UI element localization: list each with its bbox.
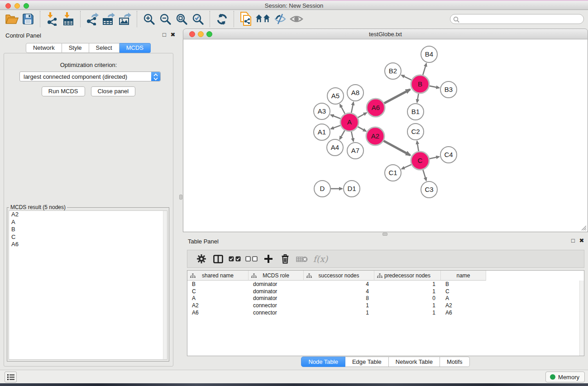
table-cell[interactable]: dominator <box>249 295 304 302</box>
vertical-split-grip[interactable] <box>179 195 182 200</box>
graph-node-B[interactable]: B <box>411 75 429 93</box>
graph-node-A7[interactable]: A7 <box>347 143 363 159</box>
tab-network-table[interactable]: Network Table <box>389 357 440 367</box>
table-row[interactable]: A6connector11A6 <box>187 310 579 317</box>
column-header-shared-name[interactable]: shared name <box>187 271 249 281</box>
graph-node-A6[interactable]: A6 <box>367 99 385 117</box>
mcds-result-item[interactable]: A6 <box>9 241 167 248</box>
graph-edge-C-C4[interactable] <box>430 157 440 159</box>
table-cell[interactable]: 4 <box>304 281 374 288</box>
table-cell[interactable]: 4 <box>304 288 374 295</box>
graph-edge-A-A7[interactable] <box>351 132 354 142</box>
graph-node-C2[interactable]: C2 <box>407 124 424 140</box>
tab-motifs[interactable]: Motifs <box>440 357 470 367</box>
import-table-icon[interactable] <box>60 11 76 27</box>
graph-node-B4[interactable]: B4 <box>421 46 437 62</box>
mcds-result-item[interactable]: A2 <box>9 211 167 219</box>
table-cell[interactable]: A6 <box>441 310 486 317</box>
graph-node-A2[interactable]: A2 <box>366 127 384 145</box>
open-file-icon[interactable] <box>4 11 20 27</box>
table-cell[interactable]: connector <box>249 310 304 317</box>
mcds-result-item[interactable]: A <box>9 219 167 226</box>
table-cell[interactable]: 8 <box>304 295 374 302</box>
tab-node-table[interactable]: Node Table <box>301 357 345 367</box>
graph-edge-A-A5[interactable] <box>340 105 345 114</box>
settings-gear-icon[interactable] <box>193 251 210 267</box>
graph-edge-A-A4[interactable] <box>339 130 344 139</box>
graph-node-B1[interactable]: B1 <box>407 104 424 120</box>
resize-grip-icon[interactable] <box>580 224 587 231</box>
table-cell[interactable]: 1 <box>304 302 374 310</box>
task-history-button[interactable] <box>5 372 17 382</box>
network-canvas[interactable]: AA1A2A3A4A5A6A7A8BB1B2B3B4CC1C2C3C4DD1 <box>183 39 588 232</box>
clone-network-icon[interactable] <box>238 11 254 27</box>
tab-edge-table[interactable]: Edge Table <box>345 357 389 367</box>
network-graph[interactable]: AA1A2A3A4A5A6A7A8BB1B2B3B4CC1C2C3C4DD1 <box>183 39 588 231</box>
column-header-MCDS-role[interactable]: MCDS role <box>249 271 304 281</box>
table-row[interactable]: A2connector11A2 <box>187 302 579 310</box>
graph-node-A5[interactable]: A5 <box>327 88 344 104</box>
table-row[interactable]: Bdominator41B <box>187 281 579 288</box>
graph-edge-C-C3[interactable] <box>423 170 426 181</box>
graph-node-D[interactable]: D <box>314 181 330 197</box>
graph-edge-A6-B[interactable] <box>384 90 410 104</box>
graph-edge-B-B3[interactable] <box>430 86 440 88</box>
table-cell[interactable]: C <box>441 288 486 295</box>
graph-node-A1[interactable]: A1 <box>314 124 330 140</box>
table-row[interactable]: Cdominator41C <box>187 288 579 295</box>
column-header-successor-nodes[interactable]: successor nodes <box>304 271 374 281</box>
column-header-predecessor-nodes[interactable]: predecessor nodes <box>374 271 441 281</box>
mcds-result-item[interactable]: B <box>9 226 167 234</box>
tab-style[interactable]: Style <box>62 43 89 53</box>
table-cell[interactable]: A <box>187 295 249 302</box>
table-cell[interactable]: B <box>441 281 486 288</box>
close-panel-icon[interactable]: ✖ <box>169 31 177 38</box>
close-panel-button[interactable]: Close panel <box>91 86 136 96</box>
float-panel-icon[interactable]: □ <box>161 31 168 38</box>
network-window-titlebar[interactable]: testGlobe.txt <box>183 29 588 39</box>
float-table-panel-icon[interactable]: □ <box>569 237 577 244</box>
graph-edge-B-B4[interactable] <box>423 63 426 75</box>
table-cell[interactable]: 1 <box>374 310 441 317</box>
table-scrollbar[interactable] <box>579 281 584 356</box>
graph-node-C[interactable]: C <box>411 152 429 170</box>
add-icon[interactable] <box>260 251 277 267</box>
columns-icon[interactable] <box>210 251 226 267</box>
graph-edge-A-A1[interactable] <box>331 125 340 129</box>
graph-edge-A-A8[interactable] <box>351 102 354 113</box>
delete-icon[interactable] <box>277 251 293 267</box>
result-list-scrollbar[interactable] <box>163 211 167 359</box>
tab-mcds[interactable]: MCDS <box>120 43 151 53</box>
tab-select[interactable]: Select <box>89 43 120 53</box>
table-cell[interactable]: A2 <box>441 302 486 310</box>
optimization-criterion-dropdown[interactable]: largest connected component (directed) <box>19 71 161 81</box>
graph-edge-A-A2[interactable] <box>358 127 366 131</box>
save-icon[interactable] <box>20 11 36 27</box>
graph-edge-A2-C[interactable] <box>383 141 410 155</box>
clear-checks-icon[interactable] <box>243 251 260 267</box>
import-network-icon[interactable] <box>44 11 60 27</box>
table-cell[interactable]: connector <box>249 302 304 310</box>
table-cell[interactable]: A2 <box>187 302 249 310</box>
graph-edge-C-C1[interactable] <box>402 165 411 169</box>
table-cell[interactable]: 1 <box>374 281 441 288</box>
mcds-result-item[interactable]: C <box>9 234 167 241</box>
table-cell[interactable]: dominator <box>249 288 304 295</box>
search-input[interactable] <box>461 15 580 23</box>
zoom-selected-icon[interactable] <box>190 11 206 27</box>
table-cell[interactable]: 1 <box>374 302 441 310</box>
close-table-panel-icon[interactable]: ✖ <box>578 237 585 244</box>
table-cell[interactable]: A <box>441 295 486 302</box>
zoom-in-icon[interactable] <box>141 11 157 27</box>
export-network-icon[interactable] <box>84 11 100 27</box>
select-all-checks-icon[interactable] <box>226 251 243 267</box>
graph-edge-B-B1[interactable] <box>417 94 418 103</box>
table-cell[interactable]: 1 <box>304 310 374 317</box>
toggle-graphics-details-icon[interactable] <box>272 11 288 27</box>
table-cell[interactable]: 1 <box>374 288 441 295</box>
table-cell[interactable]: dominator <box>249 281 304 288</box>
graph-node-A8[interactable]: A8 <box>347 85 363 101</box>
graph-node-A3[interactable]: A3 <box>314 103 330 119</box>
graph-node-C4[interactable]: C4 <box>440 147 457 163</box>
zoom-fit-icon[interactable] <box>173 11 190 27</box>
